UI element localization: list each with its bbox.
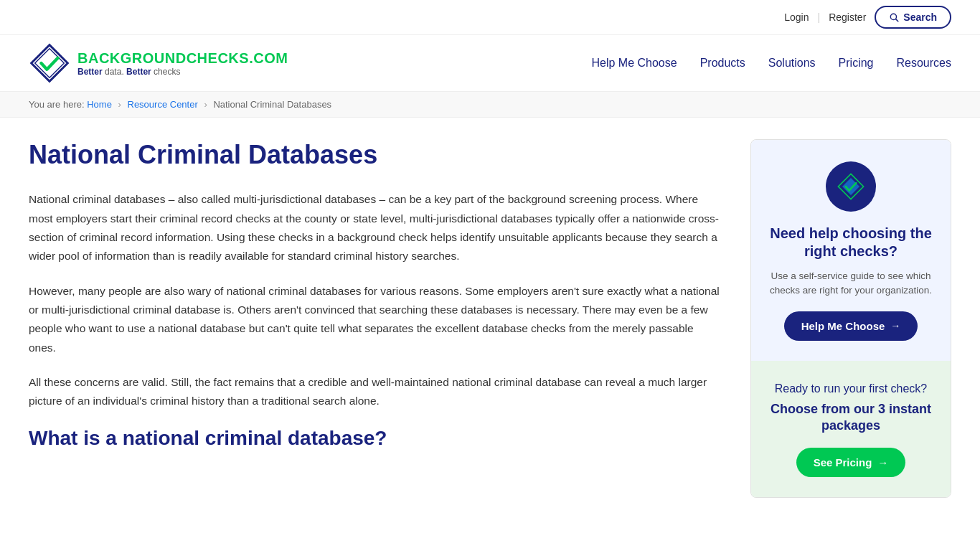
login-link[interactable]: Login [784,11,809,23]
top-bar: Login | Register Search [0,0,980,35]
page-title: National Criminal Databases [29,139,722,170]
see-pricing-label: See Pricing [814,456,872,468]
nav-pricing[interactable]: Pricing [839,57,874,70]
pricing-arrow-icon: → [877,456,888,468]
sidebar-card-help: Need help choosing the right checks? Use… [750,139,951,498]
main-container: National Criminal Databases National cri… [0,118,980,519]
search-button[interactable]: Search [875,6,951,29]
sidebar-help-heading: Need help choosing the right checks? [765,225,936,260]
nav-help-me-choose[interactable]: Help Me Choose [591,57,677,70]
nav-solutions[interactable]: Solutions [768,57,816,70]
logo-part2: CHECKS.COM [187,50,288,66]
logo-name: BACKGROUNDCHECKS.COM [77,50,288,67]
svg-line-1 [896,19,898,22]
breadcrumb-prefix: You are here: [29,99,85,110]
help-me-choose-button[interactable]: Help Me Choose → [784,311,918,341]
breadcrumb: You are here: Home › Resource Center › N… [0,92,980,118]
site-header: BACKGROUNDCHECKS.COM Better data. Better… [0,35,980,92]
breadcrumb-home[interactable]: Home [87,99,112,110]
breadcrumb-sep1: › [118,99,121,110]
sidebar-pricing-heading: Choose from our 3 instant packages [765,401,936,435]
subheading-1: What is a national criminal database? [29,427,722,450]
breadcrumb-sep2: › [204,99,207,110]
content-area: National Criminal Databases National cri… [29,139,722,498]
diamond-check-icon [837,172,865,201]
breadcrumb-resource-center[interactable]: Resource Center [128,99,198,110]
search-icon [889,12,899,22]
sidebar-help-desc: Use a self-service guide to see which ch… [765,269,936,298]
logo-text: BACKGROUNDCHECKS.COM Better data. Better… [77,50,288,77]
arrow-icon: → [890,320,900,331]
tagline-better2: Better [126,67,151,77]
logo-tagline: Better data. Better checks [77,67,288,77]
sidebar: Need help choosing the right checks? Use… [750,139,951,498]
search-button-label: Search [903,11,937,23]
logo-icon [29,42,70,84]
register-link[interactable]: Register [829,11,866,23]
paragraph-1: National criminal databases – also calle… [29,190,722,265]
logo-link[interactable]: BACKGROUNDCHECKS.COM Better data. Better… [29,42,288,84]
nav-products[interactable]: Products [700,57,745,70]
sidebar-icon-wrapper [826,161,876,212]
tagline-better1: Better [77,67,103,77]
sidebar-card-help-top: Need help choosing the right checks? Use… [751,140,951,361]
help-me-choose-label: Help Me Choose [801,320,885,332]
breadcrumb-current: National Criminal Databases [213,99,331,110]
sidebar-card-pricing: Ready to run your first check? Choose fr… [751,361,951,497]
paragraph-2: However, many people are also wary of na… [29,282,722,357]
main-nav: Help Me Choose Products Solutions Pricin… [591,57,951,70]
nav-resources[interactable]: Resources [897,57,951,70]
paragraph-3: All these concerns are valid. Still, the… [29,373,722,411]
logo-part1: BACKGROUND [77,50,187,66]
divider: | [818,11,821,23]
sidebar-pricing-intro: Ready to run your first check? [765,381,936,397]
see-pricing-button[interactable]: See Pricing → [796,448,906,477]
